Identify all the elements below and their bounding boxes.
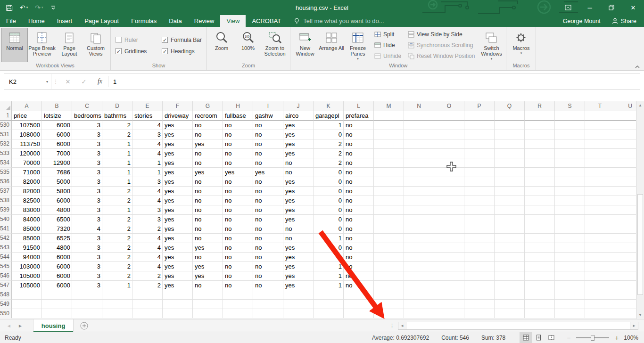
cell-T542[interactable] (585, 234, 615, 243)
cell-P541[interactable] (464, 224, 495, 234)
cell-B548[interactable] (42, 290, 72, 300)
cell-B532[interactable]: 6000 (42, 139, 72, 149)
tab-insert[interactable]: Insert (51, 15, 79, 27)
cell-Q531[interactable] (495, 130, 525, 139)
cell-I537[interactable]: no (253, 187, 283, 196)
horizontal-scroll-thumb[interactable] (406, 322, 630, 329)
cell-M547[interactable] (374, 281, 404, 290)
cell-L547[interactable]: no (344, 281, 374, 290)
cell-D536[interactable]: 1 (102, 177, 132, 187)
cell-F540[interactable]: yes (163, 215, 193, 224)
cell-A530[interactable]: 107500 (12, 121, 42, 130)
cell-I540[interactable]: no (253, 215, 283, 224)
cell-G538[interactable]: no (193, 196, 223, 205)
cell-N533[interactable] (404, 149, 434, 158)
cell-J536[interactable]: yes (283, 177, 314, 187)
cell-T549[interactable] (585, 300, 615, 309)
cell-N541[interactable] (404, 224, 434, 234)
scroll-right-button[interactable]: ► (630, 322, 638, 329)
cell-S550[interactable] (555, 309, 585, 318)
cell-K544[interactable]: 0 (314, 253, 344, 262)
cell-D546[interactable]: 2 (102, 271, 132, 281)
cell-F533[interactable]: yes (163, 149, 193, 158)
cell-O537[interactable] (434, 187, 464, 196)
cell-J540[interactable]: yes (283, 215, 314, 224)
cell-S538[interactable] (555, 196, 585, 205)
cell-O540[interactable] (434, 215, 464, 224)
cell-E539[interactable]: 3 (132, 205, 163, 215)
cell-C548[interactable] (72, 290, 102, 300)
cell-R550[interactable] (525, 309, 555, 318)
cell-B534[interactable]: 12900 (42, 158, 72, 168)
cell-N531[interactable] (404, 130, 434, 139)
page-layout-shortcut-button[interactable] (532, 332, 545, 343)
column-header-U[interactable]: U (615, 101, 636, 111)
cell-U532[interactable] (615, 139, 636, 149)
user-name[interactable]: George Mount (563, 18, 601, 24)
cell-O1[interactable] (434, 111, 464, 121)
cell-L538[interactable]: no (344, 196, 374, 205)
cell-Q546[interactable] (495, 271, 525, 281)
cell-D530[interactable]: 2 (102, 121, 132, 130)
cell-M536[interactable] (374, 177, 404, 187)
tab-page-layout[interactable]: Page Layout (78, 15, 125, 27)
cell-Q543[interactable] (495, 243, 525, 253)
cell-O530[interactable] (434, 121, 464, 130)
switch-windows-button[interactable]: Switch Windows ▾ (478, 28, 504, 62)
cell-T533[interactable] (585, 149, 615, 158)
arrange-all-button[interactable]: Arrange All (318, 28, 345, 62)
cell-Q549[interactable] (495, 300, 525, 309)
row-header-541[interactable]: 541 (0, 224, 12, 234)
cell-I543[interactable]: no (253, 243, 283, 253)
cell-J542[interactable]: no (283, 234, 314, 243)
cell-N1[interactable] (404, 111, 434, 121)
cell-U548[interactable] (615, 290, 636, 300)
cell-U536[interactable] (615, 177, 636, 187)
cell-B544[interactable]: 6000 (42, 253, 72, 262)
cell-N547[interactable] (404, 281, 434, 290)
row-header-540[interactable]: 540 (0, 215, 12, 224)
cell-A540[interactable]: 84000 (12, 215, 42, 224)
cell-E541[interactable]: 2 (132, 224, 163, 234)
cell-D539[interactable]: 1 (102, 205, 132, 215)
cell-G536[interactable]: no (193, 177, 223, 187)
cell-M549[interactable] (374, 300, 404, 309)
cell-F547[interactable]: yes (163, 281, 193, 290)
cell-O532[interactable] (434, 139, 464, 149)
cell-N537[interactable] (404, 187, 434, 196)
cell-S549[interactable] (555, 300, 585, 309)
column-header-O[interactable]: O (434, 101, 464, 111)
cell-T538[interactable] (585, 196, 615, 205)
vertical-scrollbar[interactable]: ▲ ▼ (636, 101, 644, 319)
cell-T540[interactable] (585, 215, 615, 224)
tab-home[interactable]: Home (22, 15, 51, 27)
tell-me-box[interactable]: Tell me what you want to do... (287, 15, 390, 27)
cell-N538[interactable] (404, 196, 434, 205)
cell-P547[interactable] (464, 281, 495, 290)
cell-C540[interactable]: 3 (72, 215, 102, 224)
cell-C539[interactable]: 3 (72, 205, 102, 215)
cell-R1[interactable] (525, 111, 555, 121)
collapse-ribbon-button[interactable] (635, 65, 640, 68)
column-header-M[interactable]: M (374, 101, 404, 111)
cell-G1[interactable]: recroom (193, 111, 223, 121)
cell-E538[interactable]: 4 (132, 196, 163, 205)
cell-P535[interactable] (464, 168, 495, 177)
cell-H545[interactable]: no (223, 262, 253, 271)
column-header-D[interactable]: D (102, 101, 132, 111)
cell-H1[interactable]: fullbase (223, 111, 253, 121)
cell-M544[interactable] (374, 253, 404, 262)
cell-O546[interactable] (434, 271, 464, 281)
column-header-H[interactable]: H (223, 101, 253, 111)
cell-D547[interactable]: 1 (102, 281, 132, 290)
cell-M537[interactable] (374, 187, 404, 196)
insert-function-button[interactable]: fx (92, 74, 108, 89)
cell-A549[interactable] (12, 300, 42, 309)
cell-T1[interactable] (585, 111, 615, 121)
cell-N544[interactable] (404, 253, 434, 262)
cell-T530[interactable] (585, 121, 615, 130)
cell-L540[interactable]: no (344, 215, 374, 224)
column-header-K[interactable]: K (314, 101, 344, 111)
new-window-button[interactable]: New Window (292, 28, 318, 62)
horizontal-scrollbar[interactable]: ◄ ► (398, 322, 638, 330)
